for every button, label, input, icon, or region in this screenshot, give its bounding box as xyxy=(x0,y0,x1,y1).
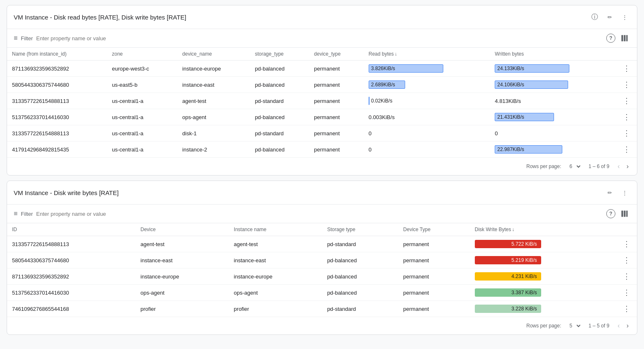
col2-device-type: Device Type xyxy=(398,223,469,236)
col2-storage-type: Storage type xyxy=(322,223,398,236)
filter-actions2: ? xyxy=(606,208,630,220)
col2-disk-write-bytes[interactable]: Disk Write Bytes ↓ xyxy=(470,223,616,236)
row-more-icon[interactable]: ⋮ xyxy=(621,80,632,90)
col-zone: zone xyxy=(107,48,177,61)
cell-read-bytes: 3.826KiB/s xyxy=(364,61,490,77)
more-vert-icon2[interactable]: ⋮ xyxy=(619,187,630,198)
cell-more[interactable]: ⋮ xyxy=(616,77,637,93)
cell-more[interactable]: ⋮ xyxy=(616,93,637,109)
row-more-icon[interactable]: ⋮ xyxy=(621,63,632,73)
info-icon[interactable]: ⓘ xyxy=(589,11,600,23)
prev-page1[interactable]: ‹ xyxy=(616,161,621,172)
row-more-icon2[interactable]: ⋮ xyxy=(621,255,632,265)
cell-name: 5805443306375744680 xyxy=(7,77,107,93)
cell2-device: instance-europe xyxy=(136,268,229,285)
cell-more[interactable]: ⋮ xyxy=(616,109,637,125)
rows-select1[interactable]: 6 10 25 xyxy=(568,163,582,170)
panel2-filter-bar: ≡ Filter ? xyxy=(7,205,637,223)
table-row: 7461096276865544168 profier profier pd-s… xyxy=(7,301,637,317)
cell2-device-type: permanent xyxy=(398,301,469,317)
cell-more[interactable]: ⋮ xyxy=(616,125,637,142)
cell-storage-type: pd-standard xyxy=(250,93,309,109)
next-page1[interactable]: › xyxy=(625,161,630,172)
table-row: 8711369323596352892 europe-west3-c insta… xyxy=(7,61,637,77)
columns-icon2[interactable] xyxy=(619,208,630,220)
row-more-icon2[interactable]: ⋮ xyxy=(621,271,632,281)
cell2-device: instance-east xyxy=(136,252,229,268)
cell2-more[interactable]: ⋮ xyxy=(616,301,637,317)
table-row: 3133577226154888113 us-central1-a disk-1… xyxy=(7,125,637,142)
cell-read-bytes: 0 xyxy=(364,142,490,158)
edit-icon[interactable]: ✏ xyxy=(604,11,615,23)
cell2-instance-name: ops-agent xyxy=(229,285,322,301)
row-more-icon[interactable]: ⋮ xyxy=(621,96,632,106)
table-row: 5137562337014416030 ops-agent ops-agent … xyxy=(7,285,637,301)
cell-device-name: instance-2 xyxy=(177,142,250,158)
cell-device-type: permanent xyxy=(309,61,363,77)
cell-read-bytes: 0.003KiB/s xyxy=(364,109,490,125)
sort-down-icon: ↓ xyxy=(394,51,397,57)
row-more-icon[interactable]: ⋮ xyxy=(621,128,632,138)
cell2-disk-write-bytes: 5.722 KiB/s xyxy=(470,236,616,252)
next-page2[interactable]: › xyxy=(625,320,630,331)
cell-more[interactable]: ⋮ xyxy=(616,61,637,77)
cell-zone: us-central1-a xyxy=(107,93,177,109)
cell-zone: us-east5-b xyxy=(107,77,177,93)
cell2-disk-write-bytes: 3.387 KiB/s xyxy=(470,285,616,301)
row-more-icon2[interactable]: ⋮ xyxy=(621,304,632,314)
help-icon2[interactable]: ? xyxy=(606,209,615,218)
table-row: 5805443306375744680 us-east5-b instance-… xyxy=(7,77,637,93)
rows-select2[interactable]: 5 10 25 xyxy=(568,322,582,329)
page-info1: 1 – 6 of 9 xyxy=(588,164,609,169)
row-more-icon[interactable]: ⋮ xyxy=(621,144,632,154)
edit-icon2[interactable]: ✏ xyxy=(604,187,615,198)
cell2-id: 7461096276865544168 xyxy=(7,301,136,317)
cell2-more[interactable]: ⋮ xyxy=(616,252,637,268)
panel1-title: VM Instance - Disk read bytes [RATE], Di… xyxy=(14,14,586,21)
panel2-table: ID Device Instance name Storage type Dev… xyxy=(7,223,637,317)
filter-icon2: ≡ xyxy=(14,210,17,217)
cell-zone: us-central1-a xyxy=(107,109,177,125)
cell-storage-type: pd-standard xyxy=(250,125,309,142)
rows-per-page-label2: Rows per page: xyxy=(526,323,561,329)
svg-rect-2 xyxy=(626,35,627,41)
panel2: VM Instance - Disk write bytes [RATE] ✏ … xyxy=(7,181,637,335)
row-more-icon2[interactable]: ⋮ xyxy=(621,288,632,298)
cell2-storage-type: pd-balanced xyxy=(322,252,398,268)
cell-device-name: ops-agent xyxy=(177,109,250,125)
cell-zone: us-central1-a xyxy=(107,125,177,142)
cell2-more[interactable]: ⋮ xyxy=(616,285,637,301)
cell2-disk-write-bytes: 4.231 KiB/s xyxy=(470,268,616,285)
cell2-device-type: permanent xyxy=(398,285,469,301)
row-more-icon[interactable]: ⋮ xyxy=(621,112,632,122)
prev-page2[interactable]: ‹ xyxy=(616,320,621,331)
cell-name: 3133577226154888113 xyxy=(7,93,107,109)
help-icon[interactable]: ? xyxy=(606,34,615,43)
cell-written-bytes: 24.133KiB/s xyxy=(490,61,616,77)
panel1: VM Instance - Disk read bytes [RATE], Di… xyxy=(7,5,637,176)
table-row: 5137562337014416030 us-central1-a ops-ag… xyxy=(7,109,637,125)
rows-per-page-select2[interactable]: 5 10 25 xyxy=(568,322,582,329)
more-vert-icon[interactable]: ⋮ xyxy=(619,11,630,23)
page-nav1: ‹ › xyxy=(616,161,630,172)
cell-name: 5137562337014416030 xyxy=(7,109,107,125)
cell-name: 4179142968492815435 xyxy=(7,142,107,158)
cell2-device: profier xyxy=(136,301,229,317)
filter-input[interactable] xyxy=(36,35,603,41)
filter-input2[interactable] xyxy=(36,211,603,217)
rows-per-page-select1[interactable]: 6 10 25 xyxy=(568,163,582,170)
panel1-filter-bar: ≡ Filter ? xyxy=(7,29,637,48)
cell-more[interactable]: ⋮ xyxy=(616,142,637,158)
rows-per-page-label1: Rows per page: xyxy=(526,164,561,169)
row-more-icon2[interactable]: ⋮ xyxy=(621,239,632,249)
filter-label: Filter xyxy=(21,35,33,41)
cell2-more[interactable]: ⋮ xyxy=(616,268,637,285)
cell2-more[interactable]: ⋮ xyxy=(616,236,637,252)
cell-device-name: instance-east xyxy=(177,77,250,93)
cell-device-type: permanent xyxy=(309,109,363,125)
table-row: 3133577226154888113 agent-test agent-tes… xyxy=(7,236,637,252)
panel1-table: Name (from instance_id) zone device_name… xyxy=(7,48,637,158)
cell-name: 8711369323596352892 xyxy=(7,61,107,77)
col-read-bytes[interactable]: Read bytes ↓ xyxy=(364,48,490,61)
columns-icon[interactable] xyxy=(619,32,630,44)
